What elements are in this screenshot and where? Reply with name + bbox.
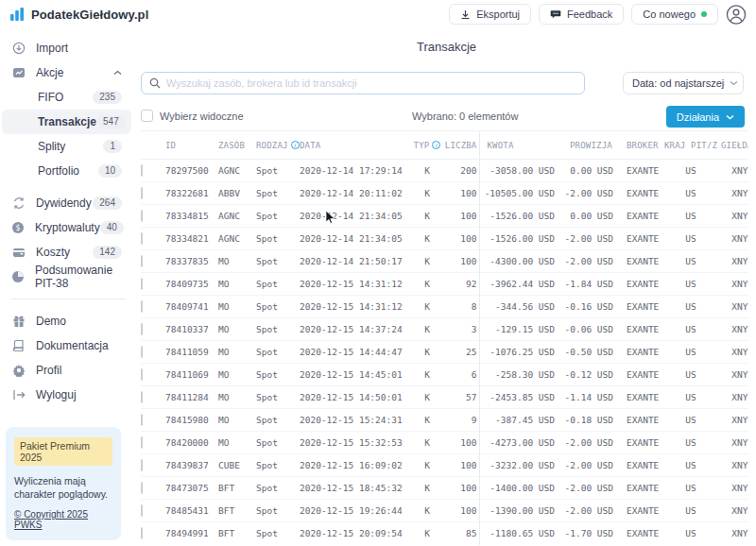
row-checkbox[interactable] — [141, 300, 143, 313]
column-header-id: ID — [165, 131, 218, 160]
cell-rodzaj: Spot — [256, 228, 300, 250]
actions-button-label: Działania — [677, 111, 719, 123]
row-checkbox[interactable] — [141, 187, 143, 199]
cell-rodzaj: Spot — [256, 182, 300, 205]
table-row: 78334821 AGNC Spot 2020-12-14 21:34:05 K… — [141, 228, 748, 250]
cell-prowizja: -2.00 USD — [557, 454, 615, 477]
import-icon — [11, 42, 26, 55]
count-badge: 40 — [100, 221, 124, 234]
export-button[interactable]: Eksportuj — [449, 4, 531, 25]
sidebar-item-fifo[interactable]: FIFO 235 — [2, 85, 131, 110]
cell-typ: K — [413, 500, 441, 522]
sidebar-item-portfolio[interactable]: Portfolio 10 — [2, 159, 131, 183]
row-checkbox[interactable] — [141, 164, 143, 177]
cell-typ: K — [413, 250, 441, 273]
sidebar-item-wyloguj[interactable]: Wyloguj — [2, 383, 131, 407]
row-checkbox[interactable] — [141, 459, 143, 471]
docs-icon — [11, 339, 26, 352]
cell-zasob: MO — [218, 250, 256, 273]
transactions-table: ID ZASÓB RODZAJi DATA TYPi LICZBA KWOTA … — [141, 130, 748, 546]
row-checkbox[interactable] — [141, 278, 143, 290]
sidebar-item-label: Portfolio — [38, 164, 79, 178]
cell-gielda: XNYS — [717, 500, 748, 522]
sidebar-item-label: Podsumowanie PIT-38 — [35, 264, 122, 290]
whats-new-button[interactable]: Co nowego — [631, 4, 718, 25]
table-row: 78410337 MO Spot 2020-12-15 14:37:24 K 3… — [141, 318, 748, 341]
row-checkbox[interactable] — [141, 323, 143, 335]
row-checkbox[interactable] — [141, 346, 143, 358]
row-checkbox[interactable] — [141, 391, 143, 403]
cell-broker: EXANTE — [615, 296, 664, 318]
sidebar-item-label: Kryptowaluty — [35, 221, 100, 234]
row-checkbox[interactable] — [141, 436, 143, 449]
sidebar-item-dokumentacja[interactable]: Dokumentacja — [2, 333, 131, 358]
sidebar-item-akcje[interactable]: Akcje — [2, 60, 131, 85]
info-icon[interactable]: i — [432, 141, 440, 149]
cell-broker: EXANTE — [615, 477, 664, 500]
cell-id: 78409741 — [165, 296, 218, 318]
cell-id: 78334821 — [165, 228, 218, 250]
sidebar-item-import[interactable]: Import — [2, 36, 131, 60]
cell-zasob: MO — [218, 318, 256, 341]
search-icon — [149, 77, 161, 89]
cell-rodzaj: Spot — [256, 318, 300, 341]
sidebar-item-koszty[interactable]: Koszty 142 — [2, 240, 131, 264]
search-input[interactable] — [166, 77, 576, 89]
sidebar-item-dywidendy[interactable]: Dywidendy 264 — [2, 191, 131, 215]
cell-prowizja: -0.18 USD — [557, 409, 615, 432]
cell-gielda: XNYS — [717, 477, 748, 500]
row-checkbox[interactable] — [141, 210, 143, 222]
cell-liczba: 57 — [441, 386, 479, 409]
cell-typ: K — [413, 386, 441, 409]
row-checkbox[interactable] — [141, 482, 143, 494]
sidebar-item-splity[interactable]: Splity 1 — [2, 134, 131, 159]
table-row: 78411069 MO Spot 2020-12-15 14:45:01 K 6… — [141, 364, 748, 386]
cell-prowizja: -2.00 USD — [557, 228, 615, 250]
cell-gielda: XNYS — [717, 296, 748, 318]
info-icon[interactable]: i — [291, 141, 300, 149]
cell-gielda: XNYS — [717, 160, 748, 182]
count-badge: 235 — [93, 91, 122, 104]
sidebar-item-transakcje[interactable]: Transakcje 547 — [2, 110, 131, 134]
feedback-button[interactable]: Feedback — [539, 4, 624, 25]
cell-prowizja: -2.00 USD — [557, 500, 615, 522]
copyright-link[interactable]: © Copyright 2025 PWKS — [14, 509, 112, 530]
cell-broker: EXANTE — [615, 228, 664, 250]
cell-gielda: XNYS — [717, 522, 748, 545]
row-checkbox[interactable] — [141, 414, 143, 426]
sidebar-item-kryptowaluty[interactable]: $ Kryptowaluty 40 — [2, 215, 131, 240]
actions-button[interactable]: Działania — [666, 106, 745, 128]
select-visible-toggle[interactable]: Wybierz widoczne — [141, 110, 244, 122]
row-checkbox[interactable] — [141, 527, 143, 539]
cell-gielda: XNYS — [717, 250, 748, 273]
cell-gielda: XNYS — [717, 205, 748, 228]
table-row: 78420000 MO Spot 2020-12-15 15:32:53 K 1… — [141, 432, 748, 454]
sort-dropdown[interactable]: Data: od najstarszej — [623, 72, 744, 94]
cell-id: 78415980 — [165, 409, 218, 432]
user-avatar[interactable] — [726, 4, 747, 25]
sidebar-item-demo[interactable]: Demo — [2, 309, 131, 333]
table-row: 78409735 MO Spot 2020-12-15 14:31:12 K 9… — [141, 273, 748, 296]
row-checkbox[interactable] — [141, 368, 143, 381]
cell-kwota: -1526.00 USD — [479, 228, 557, 250]
sidebar-item-label: Splity — [38, 140, 65, 153]
cell-zasob: CUBE — [218, 454, 256, 477]
select-visible-checkbox[interactable] — [141, 110, 153, 122]
row-checkbox[interactable] — [141, 232, 143, 245]
cell-typ: K — [413, 432, 441, 454]
cell-kraj: US — [664, 318, 717, 341]
cell-gielda: XNYS — [717, 454, 748, 477]
cell-kwota: -2453.85 USD — [479, 386, 557, 409]
sidebar-item-podsumowanie-pit-38[interactable]: Podsumowanie PIT-38 — [2, 264, 131, 289]
column-header-kraj: KRAJ PIT/ZGi — [664, 131, 717, 160]
row-checkbox[interactable] — [141, 255, 143, 267]
sidebar-item-profil[interactable]: Profil — [2, 358, 131, 383]
svg-text:$: $ — [15, 224, 20, 232]
cell-id: 78334815 — [165, 205, 218, 228]
app-logo[interactable]: PodatekGiełdowy.pl — [9, 7, 148, 22]
cell-typ: K — [413, 522, 441, 545]
cell-typ: K — [413, 205, 441, 228]
cell-kwota: -1390.00 USD — [479, 500, 557, 522]
cell-data: 2020-12-14 20:11:02 — [300, 182, 413, 205]
row-checkbox[interactable] — [141, 504, 143, 517]
